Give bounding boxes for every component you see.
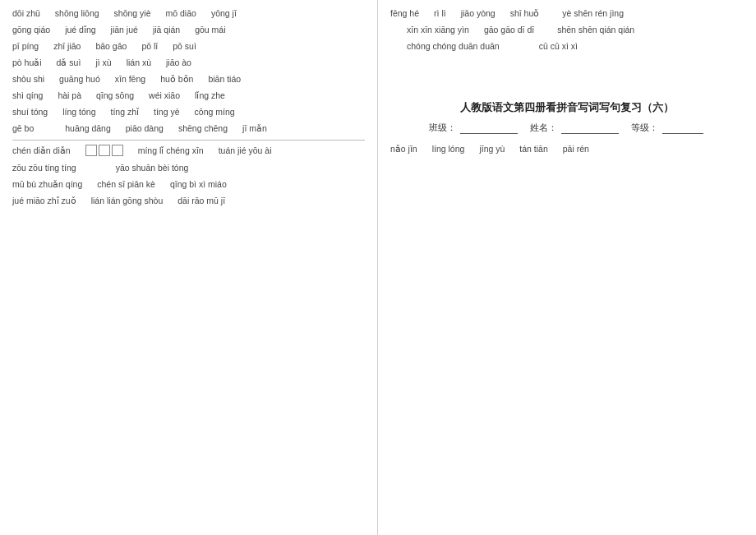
row-2: gōng qiáo jué dǐng jiān jué jiā qián gōu…	[12, 25, 365, 35]
item: fēng hé	[390, 8, 419, 18]
item: chóng chóng duān duān	[407, 41, 500, 51]
name-label: 姓名：	[530, 122, 557, 132]
item: shuí tóng	[12, 107, 48, 117]
item: mū bù zhuǎn qíng	[12, 179, 82, 189]
item: shòu shi	[12, 74, 44, 84]
item: dǎ suì	[57, 58, 81, 67]
right-row-3: chóng chóng duān duān cū cū xì xì	[390, 41, 744, 51]
item: pō suì	[173, 41, 196, 51]
class-input	[460, 133, 518, 134]
item: pò huǎi	[12, 58, 42, 67]
item: gē bo	[12, 123, 34, 133]
item: rì lì	[434, 8, 446, 18]
class-label: 班级：	[429, 122, 456, 132]
item: shēn shēn qián qián	[557, 25, 634, 35]
item: tíng yè	[154, 107, 180, 117]
char-box	[85, 145, 97, 156]
item: cōng míng	[195, 107, 235, 117]
row-9: chén diǎn diǎn míng lǐ chéng xīn tuán ji…	[12, 145, 365, 156]
row-5: shòu shi guāng huó xīn fēng huǒ bǒn biān…	[12, 74, 365, 84]
row-4: pò huǎi dǎ suì jì xù lián xù jiāo ào	[12, 58, 365, 67]
item: jué miāo zhǐ zuǒ	[12, 196, 76, 205]
right-row-1: fēng hé rì lì jiāo yòng shī huǒ yè shēn …	[390, 8, 744, 18]
item: piāo dàng	[126, 123, 164, 133]
item: hài pà	[58, 90, 81, 100]
item: zhī jiāo	[53, 41, 81, 51]
item: lián xù	[127, 58, 151, 67]
grade-label: 等级：	[631, 122, 658, 132]
grade-input	[662, 133, 703, 134]
item: jiāo yòng	[461, 8, 496, 18]
worksheet-form: 班级： 姓名： 等级：	[390, 122, 744, 134]
item: lián lián gōng shòu	[91, 196, 164, 205]
worksheet-title: 人教版语文第四册看拼音写词写句复习（六）	[390, 100, 744, 115]
char-box	[99, 145, 110, 156]
item: zōu zōu tíng tíng	[12, 163, 76, 173]
item: líng lóng	[432, 144, 465, 154]
item: qīng sōng	[96, 90, 134, 100]
item: dōi zhū	[12, 8, 40, 18]
item: wéi xiāo	[149, 90, 180, 100]
item: chén sī piān kè	[97, 179, 155, 189]
item: tuán jié yōu ài	[219, 145, 272, 155]
item: pī píng	[12, 41, 39, 51]
divider	[12, 140, 365, 141]
item: gōng qiáo	[12, 25, 50, 35]
right-row-2: xīn xīn xiāng yìn gāo gāo dī dī shēn shē…	[390, 25, 744, 35]
char-box	[112, 145, 123, 156]
item: xīn xīn xiāng yìn	[407, 25, 469, 35]
left-column: dōi zhū shōng liōng shōng yiè mō diāo yō…	[0, 0, 378, 535]
right-column: fēng hé rì lì jiāo yòng shī huǒ yè shēn …	[378, 0, 756, 535]
item: yōng jī	[211, 8, 237, 18]
item: shōng yiè	[114, 8, 151, 18]
item: guāng huó	[59, 74, 100, 84]
item: shì qíng	[12, 90, 43, 100]
item: bāo gāo	[95, 41, 127, 51]
item: jīng yù	[479, 144, 505, 154]
item: qīng bì xì miáo	[170, 179, 227, 189]
item: míng lǐ chéng xīn	[138, 145, 204, 155]
item: chén diǎn diǎn	[12, 145, 71, 155]
page: dōi zhū shōng liōng shōng yiè mō diāo yō…	[0, 0, 756, 535]
row-11: mū bù zhuǎn qíng chén sī piān kè qīng bì…	[12, 179, 365, 189]
row-7: shuí tóng líng tóng tíng zhǐ tíng yè cōn…	[12, 107, 365, 117]
item: gōu mái	[195, 25, 225, 35]
item: yè shēn rén jìng	[562, 8, 624, 18]
row-10: zōu zōu tíng tíng yāo shuān bèi tóng	[12, 163, 365, 173]
item: tán tiān	[519, 144, 547, 154]
item: jiā qián	[153, 25, 180, 35]
item: jiān jué	[111, 25, 138, 35]
item: pō lī	[141, 41, 158, 51]
item: huāng dāng	[65, 123, 110, 133]
item: biān tiáo	[208, 74, 241, 84]
item: pāi rén	[563, 144, 589, 154]
item: shī huǒ	[510, 8, 540, 18]
item: shēng chēng	[178, 123, 228, 133]
name-input	[561, 133, 619, 134]
item: shōng liōng	[55, 8, 99, 18]
item: jì xù	[95, 58, 111, 67]
item: jī mǎn	[242, 123, 267, 133]
item: huǒ bǒn	[160, 74, 193, 84]
item: líng tóng	[62, 107, 95, 117]
char-boxes	[85, 145, 123, 156]
row-6: shì qíng hài pà qīng sōng wéi xiāo lǐng …	[12, 90, 365, 100]
item: nǎo jīn	[390, 144, 417, 154]
row-12: jué miāo zhǐ zuǒ lián lián gōng shòu dāi…	[12, 196, 365, 205]
item: cū cū xì xì	[539, 41, 578, 51]
item: dāi rāo mū jī	[177, 196, 225, 205]
item: tíng zhǐ	[111, 107, 140, 117]
item: yāo shuān bèi tóng	[116, 163, 189, 173]
row-1: dōi zhū shōng liōng shōng yiè mō diāo yō…	[12, 8, 365, 18]
item: jué dǐng	[65, 25, 95, 35]
right-bottom-row-1: nǎo jīn líng lóng jīng yù tán tiān pāi r…	[390, 144, 744, 154]
item: mō diāo	[166, 8, 196, 18]
row-8: gē bo huāng dāng piāo dàng shēng chēng j…	[12, 123, 365, 133]
item: jiāo ào	[166, 58, 191, 67]
item: lǐng zhe	[195, 90, 225, 100]
item: xīn fēng	[115, 74, 145, 84]
row-3: pī píng zhī jiāo bāo gāo pō lī pō suì	[12, 41, 365, 51]
item: gāo gāo dī dī	[484, 25, 534, 35]
